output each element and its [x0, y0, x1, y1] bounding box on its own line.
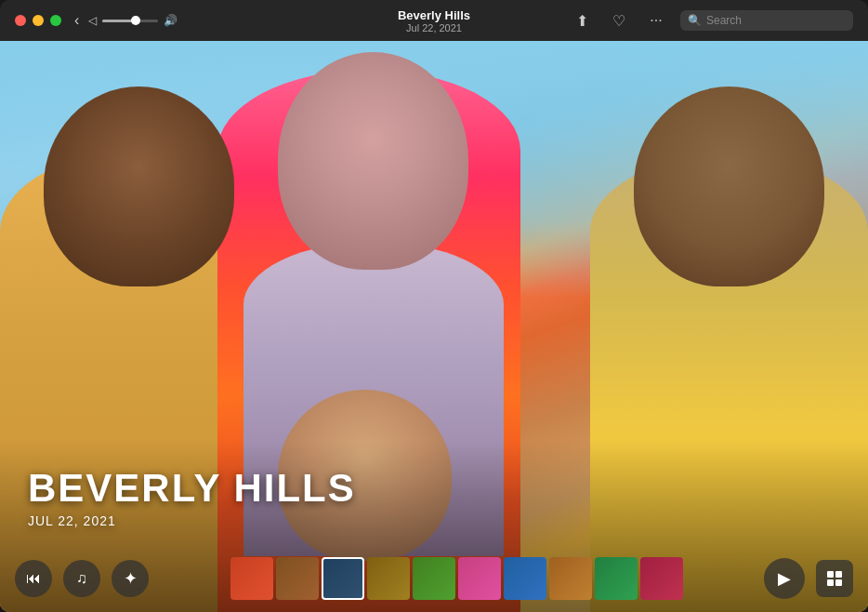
rewind-icon: ⏮	[26, 570, 41, 587]
search-input[interactable]	[706, 14, 846, 27]
heart-icon: ♡	[612, 12, 625, 30]
search-icon: 🔍	[688, 14, 702, 27]
thumbnail-4[interactable]	[367, 557, 410, 600]
volume-icon: ◁	[88, 14, 97, 27]
rewind-button[interactable]: ⏮	[15, 560, 52, 597]
back-icon: ‹	[74, 12, 79, 29]
back-button[interactable]: ‹	[74, 12, 79, 29]
bottom-controls: ⏮ ♫ ✦ ▶	[0, 545, 868, 612]
head-right	[634, 86, 824, 286]
share-button[interactable]: ⬆	[569, 7, 595, 33]
play-icon: ▶	[778, 568, 791, 589]
titlebar: ‹ ◁ 🔊 Beverly Hills Jul 22, 2021 ⬆ ♡ ···	[0, 0, 868, 41]
head-center-back	[278, 52, 468, 269]
more-button[interactable]: ···	[643, 7, 669, 33]
head-left	[44, 86, 234, 286]
maximize-button[interactable]	[50, 15, 61, 26]
thumbnail-9[interactable]	[595, 557, 638, 600]
close-button[interactable]	[15, 15, 26, 26]
thumbnail-6[interactable]	[458, 557, 501, 600]
thumbnail-3[interactable]	[322, 557, 364, 600]
volume-slider[interactable]	[102, 20, 158, 22]
search-bar[interactable]: 🔍	[680, 10, 853, 31]
effects-button[interactable]: ✦	[112, 560, 149, 597]
thumbnail-1[interactable]	[230, 557, 273, 600]
sparkle-icon: ✦	[124, 568, 138, 589]
thumbnail-8[interactable]	[549, 557, 592, 600]
thumbnail-strip	[160, 557, 753, 600]
titlebar-date: Jul 22, 2021	[398, 22, 470, 33]
more-icon: ···	[650, 12, 662, 29]
favorite-button[interactable]: ♡	[606, 7, 632, 33]
share-icon: ⬆	[576, 12, 588, 30]
volume-control: ◁ 🔊	[88, 14, 178, 27]
volume-high-icon: 🔊	[164, 14, 178, 27]
titlebar-center: Beverly Hills Jul 22, 2021	[398, 8, 470, 33]
thumbnail-2[interactable]	[276, 557, 319, 600]
location-date: JUL 22, 2021	[28, 513, 356, 528]
location-title: BEVERLY HILLS	[28, 467, 356, 510]
main-content: BEVERLY HILLS JUL 22, 2021 ⏮ ♫ ✦	[0, 41, 868, 612]
traffic-lights	[15, 15, 61, 26]
text-overlay: BEVERLY HILLS JUL 22, 2021	[28, 467, 356, 528]
app-window: ‹ ◁ 🔊 Beverly Hills Jul 22, 2021 ⬆ ♡ ···	[0, 0, 868, 612]
play-button[interactable]: ▶	[764, 558, 805, 599]
music-icon: ♫	[76, 570, 87, 587]
thumbnail-7[interactable]	[504, 557, 546, 600]
music-button[interactable]: ♫	[63, 560, 100, 597]
thumbnail-5[interactable]	[413, 557, 455, 600]
minimize-button[interactable]	[33, 15, 44, 26]
titlebar-actions: ⬆ ♡ ··· 🔍	[569, 7, 853, 33]
titlebar-title: Beverly Hills	[398, 8, 470, 22]
grid-icon	[827, 571, 842, 586]
grid-view-button[interactable]	[816, 560, 853, 597]
thumbnail-10[interactable]	[640, 557, 683, 600]
